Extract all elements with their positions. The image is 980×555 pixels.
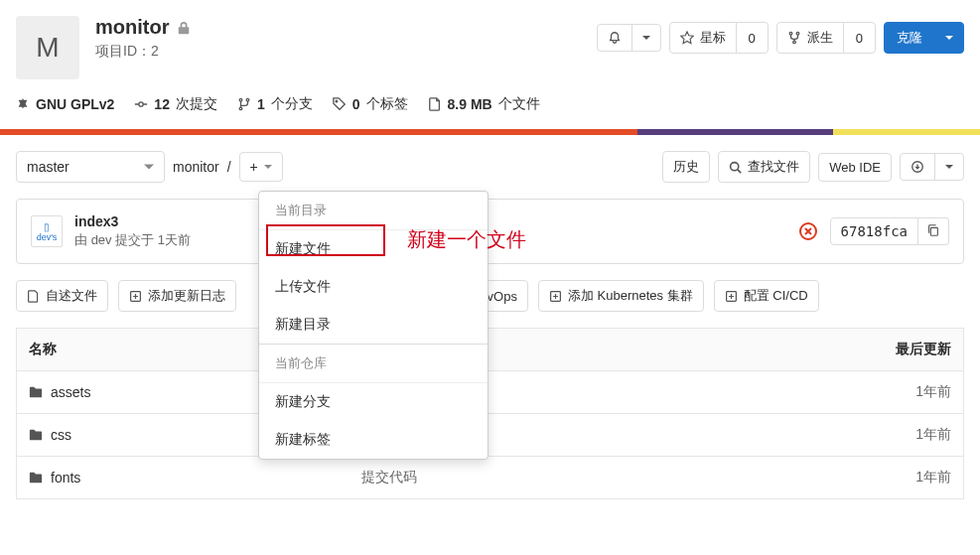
readme-button[interactable]: 自述文件 (16, 280, 108, 312)
lock-icon (177, 21, 191, 35)
file-time: 1年前 (655, 414, 963, 457)
menu-new-dir[interactable]: 新建目录 (259, 306, 488, 344)
file-name: css (51, 427, 71, 443)
pipeline-failed-icon[interactable] (798, 221, 818, 241)
folder-icon (29, 385, 43, 399)
table-row[interactable]: assets1年前 (17, 371, 964, 414)
fork-count[interactable]: 0 (843, 22, 876, 54)
svg-point-5 (246, 98, 249, 101)
file-commit[interactable]: 提交代码 (350, 457, 655, 499)
file-name: assets (51, 384, 90, 400)
project-avatar: M (16, 16, 79, 79)
dropdown-section-current-repo: 当前仓库 (259, 344, 488, 383)
files-table: 名称 最后更新 assets1年前css提交代码1年前fonts提交代码1年前 (16, 328, 964, 499)
history-button[interactable]: 历史 (662, 151, 710, 183)
col-updated: 最后更新 (655, 329, 963, 371)
branch-selector[interactable]: master (16, 151, 165, 183)
file-time: 1年前 (655, 457, 963, 499)
branches-stat[interactable]: 1个分支 (237, 95, 313, 113)
table-row[interactable]: css提交代码1年前 (17, 414, 964, 457)
notification-button[interactable] (597, 24, 632, 52)
menu-new-tag[interactable]: 新建标签 (259, 421, 488, 459)
clone-dropdown[interactable] (934, 22, 964, 54)
configure-cicd-button[interactable]: 配置 CI/CD (714, 280, 819, 312)
table-row[interactable]: fonts提交代码1年前 (17, 457, 964, 499)
star-count[interactable]: 0 (736, 22, 769, 54)
fork-button[interactable]: 派生 (776, 22, 844, 54)
folder-icon (29, 471, 43, 485)
copy-sha-button[interactable] (918, 217, 949, 245)
svg-point-8 (731, 162, 739, 170)
notification-dropdown[interactable] (631, 24, 661, 52)
plus-icon: + (250, 159, 258, 175)
commit-author-avatar: ▯dev's (31, 215, 63, 247)
svg-point-3 (139, 102, 143, 106)
tags-stat[interactable]: 0个标签 (333, 95, 408, 113)
svg-point-7 (336, 100, 338, 102)
annotation-text: 新建一个文件 (407, 226, 526, 253)
clone-button[interactable]: 克隆 (884, 22, 935, 54)
file-name: fonts (51, 470, 80, 486)
commits-stat[interactable]: 12次提交 (134, 95, 217, 113)
add-kubernetes-button[interactable]: 添加 Kubernetes 集群 (538, 280, 704, 312)
svg-point-4 (239, 98, 242, 101)
find-file-button[interactable]: 查找文件 (718, 151, 810, 183)
svg-rect-11 (930, 227, 937, 235)
svg-point-0 (789, 32, 792, 35)
breadcrumb-root[interactable]: monitor (173, 159, 219, 175)
dropdown-section-current-dir: 当前目录 (259, 192, 488, 230)
project-id: 项目ID：2 (95, 43, 597, 61)
files-stat[interactable]: 8.9 MB个文件 (428, 95, 540, 113)
add-changelog-button[interactable]: 添加更新日志 (118, 280, 236, 312)
menu-new-branch[interactable]: 新建分支 (259, 383, 488, 421)
svg-point-1 (796, 32, 799, 35)
web-ide-button[interactable]: Web IDE (818, 153, 892, 182)
file-time: 1年前 (655, 371, 963, 414)
breadcrumb-separator: / (227, 159, 231, 175)
folder-icon (29, 428, 43, 442)
svg-point-6 (239, 107, 242, 110)
star-button[interactable]: 星标 (669, 22, 737, 54)
download-dropdown[interactable] (934, 153, 964, 181)
add-file-button[interactable]: + (239, 152, 283, 182)
commit-sha[interactable]: 67818fca (830, 217, 918, 245)
menu-upload-file[interactable]: 上传文件 (259, 268, 488, 306)
svg-point-2 (792, 41, 795, 44)
download-button[interactable] (900, 153, 935, 181)
project-name: monitor (95, 16, 169, 39)
license-stat[interactable]: GNU GPLv2 (16, 95, 114, 113)
